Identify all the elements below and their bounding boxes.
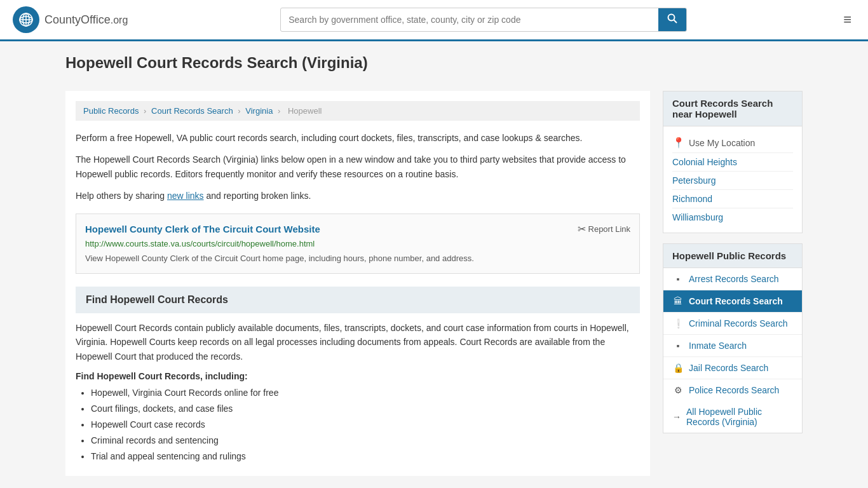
svg-point-6 [668, 15, 675, 21]
pub-records-police[interactable]: ⚙ Police Records Search [663, 379, 802, 401]
breadcrumb-public-records[interactable]: Public Records [83, 106, 139, 116]
pub-records-inmate[interactable]: ▪ Inmate Search [663, 335, 802, 357]
nearby-box: Court Records Search near Hopewell 📍 Use… [663, 91, 803, 233]
find-including-label: Find Hopewell Court Records, including: [76, 371, 640, 381]
use-location-label: Use My Location [689, 138, 755, 148]
search-bar[interactable] [280, 8, 687, 32]
criminal-icon: ❕ [672, 318, 684, 329]
link-card-link[interactable]: Hopewell County Clerk of The Circuit Cou… [85, 224, 320, 234]
find-section-description: Hopewell Court Records contain publicly … [76, 321, 640, 363]
breadcrumb-hopewell: Hopewell [288, 106, 322, 116]
court-link[interactable]: Court Records Search [689, 296, 783, 306]
location-item-richmond[interactable]: Richmond [672, 190, 793, 208]
report-link[interactable]: ✂ Report Link [578, 223, 630, 235]
svg-line-7 [674, 20, 677, 24]
search-input[interactable] [281, 10, 658, 30]
location-item-colonial-heights[interactable]: Colonial Heights [672, 153, 793, 172]
location-link-colonial-heights[interactable]: Colonial Heights [672, 157, 737, 167]
link-card-title: Hopewell County Clerk of The Circuit Cou… [85, 223, 320, 235]
menu-icon[interactable]: ≡ [839, 8, 855, 32]
breadcrumb-court-records[interactable]: Court Records Search [151, 106, 233, 116]
police-icon: ⚙ [672, 385, 684, 395]
list-item: Court filings, dockets, and case files [91, 402, 640, 416]
location-item-petersburg[interactable]: Petersburg [672, 172, 793, 190]
pub-records-arrest[interactable]: ▪ Arrest Records Search [663, 268, 802, 290]
find-section-title: Find Hopewell Court Records [86, 294, 630, 306]
breadcrumb-virginia[interactable]: Virginia [245, 106, 273, 116]
pub-records-court[interactable]: 🏛 Court Records Search [663, 290, 802, 313]
list-item: Trial and appeal sentencing and rulings [91, 450, 640, 463]
jail-link[interactable]: Jail Records Search [689, 363, 768, 373]
logo-area: CountyOffice.org [13, 6, 128, 33]
location-item-williamsburg[interactable]: Williamsburg [672, 208, 793, 226]
all-records-link[interactable]: All Hopewell Public Records (Virginia) [686, 407, 793, 427]
list-item: Criminal records and sentencing [91, 434, 640, 447]
location-link-williamsburg[interactable]: Williamsburg [672, 212, 723, 222]
use-location[interactable]: 📍 Use My Location [672, 133, 793, 153]
list-item: Hopewell Court case records [91, 418, 640, 431]
nearby-title: Court Records Search near Hopewell [663, 92, 802, 126]
description-3: Help others by sharing new links and rep… [76, 189, 640, 203]
link-card-description: View Hopewell County Clerk of the Circui… [85, 252, 630, 265]
logo-text[interactable]: CountyOffice.org [44, 13, 128, 27]
police-link[interactable]: Police Records Search [689, 385, 779, 395]
new-links[interactable]: new links [167, 191, 204, 201]
nearby-content: 📍 Use My Location Colonial Heights Peter… [663, 126, 802, 233]
public-records-box: Hopewell Public Records ▪ Arrest Records… [663, 243, 803, 433]
page-title: Hopewell Court Records Search (Virginia) [65, 54, 803, 72]
logo-icon [13, 6, 39, 33]
public-records-list: ▪ Arrest Records Search 🏛 Court Records … [663, 268, 802, 401]
pin-icon: 📍 [672, 137, 685, 149]
inmate-icon: ▪ [672, 341, 684, 351]
pub-records-criminal[interactable]: ❕ Criminal Records Search [663, 313, 802, 335]
list-item: Hopewell, Virginia Court Records online … [91, 386, 640, 400]
link-card: Hopewell County Clerk of The Circuit Cou… [76, 214, 640, 274]
search-button[interactable] [658, 8, 686, 31]
breadcrumb: Public Records › Court Records Search › … [76, 101, 640, 121]
inmate-link[interactable]: Inmate Search [689, 341, 747, 351]
sidebar: Court Records Search near Hopewell 📍 Use… [663, 91, 803, 476]
arrest-link[interactable]: Arrest Records Search [689, 274, 779, 284]
scissors-icon: ✂ [578, 223, 586, 235]
arrow-icon: → [672, 412, 681, 422]
description-2: The Hopewell Court Records Search (Virgi… [76, 152, 640, 181]
public-records-title: Hopewell Public Records [663, 244, 802, 268]
criminal-link[interactable]: Criminal Records Search [689, 318, 788, 329]
find-section-header: Find Hopewell Court Records [76, 287, 640, 313]
main-content: Public Records › Court Records Search › … [65, 91, 650, 476]
arrest-icon: ▪ [672, 274, 684, 284]
all-records-item[interactable]: → All Hopewell Public Records (Virginia) [663, 401, 802, 433]
link-card-url[interactable]: http://www.courts.state.va.us/courts/cir… [85, 239, 630, 248]
location-link-richmond[interactable]: Richmond [672, 194, 712, 204]
court-icon: 🏛 [672, 296, 684, 306]
jail-icon: 🔒 [672, 363, 684, 373]
pub-records-jail[interactable]: 🔒 Jail Records Search [663, 357, 802, 379]
location-link-petersburg[interactable]: Petersburg [672, 175, 715, 186]
description-1: Perform a free Hopewell, VA public court… [76, 131, 640, 145]
records-list: Hopewell, Virginia Court Records online … [76, 386, 640, 463]
